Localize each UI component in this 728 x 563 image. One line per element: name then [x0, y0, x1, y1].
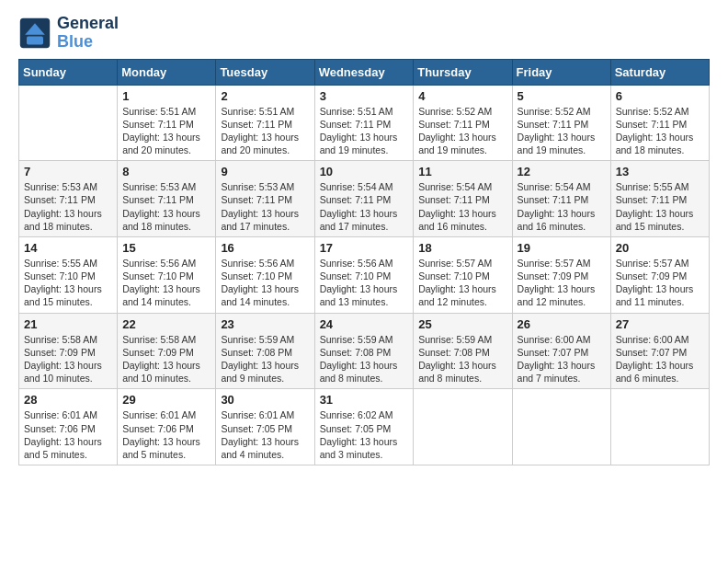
- calendar-day-cell: 14Sunrise: 5:55 AMSunset: 7:10 PMDayligh…: [19, 236, 118, 313]
- day-number: 11: [418, 165, 506, 178]
- day-info: Sunrise: 5:54 AMSunset: 7:11 PMDaylight:…: [518, 180, 606, 233]
- calendar-day-cell: [414, 389, 512, 465]
- day-number: 23: [221, 317, 309, 331]
- day-info: Sunrise: 6:02 AMSunset: 7:05 PMDaylight:…: [320, 408, 409, 461]
- day-info: Sunrise: 5:59 AMSunset: 7:08 PMDaylight:…: [221, 333, 309, 385]
- calendar-day-cell: 20Sunrise: 5:57 AMSunset: 7:09 PMDayligh…: [610, 236, 709, 313]
- day-info: Sunrise: 5:56 AMSunset: 7:10 PMDaylight:…: [122, 257, 210, 309]
- calendar-day-cell: 10Sunrise: 5:54 AMSunset: 7:11 PMDayligh…: [314, 161, 414, 237]
- page-header: General Blue: [18, 15, 710, 52]
- day-number: 31: [320, 393, 409, 407]
- calendar-day-cell: 17Sunrise: 5:56 AMSunset: 7:10 PMDayligh…: [314, 236, 414, 313]
- calendar-day-cell: [610, 389, 709, 465]
- day-number: 28: [24, 393, 112, 407]
- day-info: Sunrise: 5:53 AMSunset: 7:11 PMDaylight:…: [221, 180, 309, 233]
- day-info: Sunrise: 5:53 AMSunset: 7:11 PMDaylight:…: [24, 180, 112, 233]
- day-info: Sunrise: 5:58 AMSunset: 7:09 PMDaylight:…: [24, 333, 112, 385]
- day-info: Sunrise: 5:51 AMSunset: 7:11 PMDaylight:…: [320, 105, 409, 157]
- calendar-day-cell: 31Sunrise: 6:02 AMSunset: 7:05 PMDayligh…: [314, 389, 414, 465]
- weekday-header: Tuesday: [216, 59, 314, 85]
- calendar-week-row: 21Sunrise: 5:58 AMSunset: 7:09 PMDayligh…: [19, 313, 710, 389]
- day-number: 30: [221, 393, 309, 407]
- calendar-day-cell: 9Sunrise: 5:53 AMSunset: 7:11 PMDaylight…: [216, 161, 314, 237]
- day-info: Sunrise: 6:00 AMSunset: 7:07 PMDaylight:…: [518, 333, 606, 385]
- day-number: 16: [221, 241, 309, 255]
- calendar-day-cell: [512, 389, 610, 465]
- day-info: Sunrise: 5:55 AMSunset: 7:10 PMDaylight:…: [24, 257, 112, 309]
- day-info: Sunrise: 5:52 AMSunset: 7:11 PMDaylight:…: [616, 105, 704, 157]
- day-number: 19: [518, 241, 606, 255]
- calendar-day-cell: 29Sunrise: 6:01 AMSunset: 7:06 PMDayligh…: [118, 389, 216, 465]
- day-number: 17: [320, 241, 409, 255]
- weekday-header: Monday: [118, 59, 216, 85]
- day-info: Sunrise: 5:56 AMSunset: 7:10 PMDaylight:…: [320, 257, 409, 309]
- calendar-day-cell: 11Sunrise: 5:54 AMSunset: 7:11 PMDayligh…: [414, 161, 512, 237]
- day-number: 7: [24, 165, 112, 178]
- day-number: 3: [320, 89, 409, 103]
- calendar-day-cell: 27Sunrise: 6:00 AMSunset: 7:07 PMDayligh…: [610, 313, 709, 389]
- calendar-day-cell: [19, 85, 118, 161]
- day-info: Sunrise: 6:00 AMSunset: 7:07 PMDaylight:…: [616, 333, 704, 385]
- day-info: Sunrise: 5:52 AMSunset: 7:11 PMDaylight:…: [518, 105, 606, 157]
- day-number: 25: [418, 317, 506, 331]
- day-info: Sunrise: 6:01 AMSunset: 7:06 PMDaylight:…: [122, 408, 210, 461]
- day-info: Sunrise: 5:57 AMSunset: 7:09 PMDaylight:…: [616, 257, 704, 309]
- calendar-day-cell: 28Sunrise: 6:01 AMSunset: 7:06 PMDayligh…: [19, 389, 118, 465]
- day-info: Sunrise: 5:59 AMSunset: 7:08 PMDaylight:…: [418, 333, 506, 385]
- logo-icon: [18, 17, 51, 50]
- calendar-day-cell: 4Sunrise: 5:52 AMSunset: 7:11 PMDaylight…: [414, 85, 512, 161]
- day-number: 12: [518, 165, 606, 178]
- calendar-day-cell: 6Sunrise: 5:52 AMSunset: 7:11 PMDaylight…: [610, 85, 709, 161]
- day-number: 2: [221, 89, 309, 103]
- calendar-day-cell: 16Sunrise: 5:56 AMSunset: 7:10 PMDayligh…: [216, 236, 314, 313]
- day-info: Sunrise: 5:52 AMSunset: 7:11 PMDaylight:…: [418, 105, 506, 157]
- calendar-day-cell: 18Sunrise: 5:57 AMSunset: 7:10 PMDayligh…: [414, 236, 512, 313]
- day-number: 4: [418, 89, 506, 103]
- day-info: Sunrise: 5:57 AMSunset: 7:10 PMDaylight:…: [418, 257, 506, 309]
- day-info: Sunrise: 5:51 AMSunset: 7:11 PMDaylight:…: [221, 105, 309, 157]
- day-number: 10: [320, 165, 409, 178]
- calendar-day-cell: 5Sunrise: 5:52 AMSunset: 7:11 PMDaylight…: [512, 85, 610, 161]
- calendar-day-cell: 12Sunrise: 5:54 AMSunset: 7:11 PMDayligh…: [512, 161, 610, 237]
- calendar-day-cell: 3Sunrise: 5:51 AMSunset: 7:11 PMDaylight…: [314, 85, 414, 161]
- calendar-day-cell: 22Sunrise: 5:58 AMSunset: 7:09 PMDayligh…: [118, 313, 216, 389]
- calendar-day-cell: 19Sunrise: 5:57 AMSunset: 7:09 PMDayligh…: [512, 236, 610, 313]
- day-info: Sunrise: 5:54 AMSunset: 7:11 PMDaylight:…: [320, 180, 409, 233]
- calendar-day-cell: 2Sunrise: 5:51 AMSunset: 7:11 PMDaylight…: [216, 85, 314, 161]
- day-info: Sunrise: 5:57 AMSunset: 7:09 PMDaylight:…: [518, 257, 606, 309]
- logo-text: General Blue: [57, 15, 119, 52]
- calendar-day-cell: 23Sunrise: 5:59 AMSunset: 7:08 PMDayligh…: [216, 313, 314, 389]
- day-info: Sunrise: 5:54 AMSunset: 7:11 PMDaylight:…: [418, 180, 506, 233]
- weekday-header: Wednesday: [314, 59, 414, 85]
- day-info: Sunrise: 5:58 AMSunset: 7:09 PMDaylight:…: [122, 333, 210, 385]
- day-number: 1: [122, 89, 210, 103]
- day-number: 14: [24, 241, 112, 255]
- day-number: 29: [122, 393, 210, 407]
- day-info: Sunrise: 6:01 AMSunset: 7:06 PMDaylight:…: [24, 408, 112, 461]
- weekday-header: Thursday: [414, 59, 512, 85]
- calendar-day-cell: 24Sunrise: 5:59 AMSunset: 7:08 PMDayligh…: [314, 313, 414, 389]
- calendar-week-row: 7Sunrise: 5:53 AMSunset: 7:11 PMDaylight…: [19, 161, 710, 237]
- calendar-day-cell: 26Sunrise: 6:00 AMSunset: 7:07 PMDayligh…: [512, 313, 610, 389]
- day-number: 27: [616, 317, 704, 331]
- weekday-header: Saturday: [610, 59, 709, 85]
- weekday-header: Sunday: [19, 59, 118, 85]
- day-number: 20: [616, 241, 704, 255]
- calendar-week-row: 14Sunrise: 5:55 AMSunset: 7:10 PMDayligh…: [19, 236, 710, 313]
- calendar-table: SundayMondayTuesdayWednesdayThursdayFrid…: [18, 59, 710, 465]
- calendar-week-row: 28Sunrise: 6:01 AMSunset: 7:06 PMDayligh…: [19, 389, 710, 465]
- svg-rect-2: [27, 36, 43, 44]
- calendar-header-row: SundayMondayTuesdayWednesdayThursdayFrid…: [19, 59, 710, 85]
- day-info: Sunrise: 6:01 AMSunset: 7:05 PMDaylight:…: [221, 408, 309, 461]
- calendar-week-row: 1Sunrise: 5:51 AMSunset: 7:11 PMDaylight…: [19, 85, 710, 161]
- day-number: 21: [24, 317, 112, 331]
- day-number: 13: [616, 165, 704, 178]
- calendar-day-cell: 1Sunrise: 5:51 AMSunset: 7:11 PMDaylight…: [118, 85, 216, 161]
- day-number: 9: [221, 165, 309, 178]
- day-number: 15: [122, 241, 210, 255]
- day-info: Sunrise: 5:56 AMSunset: 7:10 PMDaylight:…: [221, 257, 309, 309]
- day-info: Sunrise: 5:51 AMSunset: 7:11 PMDaylight:…: [122, 105, 210, 157]
- day-number: 24: [320, 317, 409, 331]
- day-number: 18: [418, 241, 506, 255]
- calendar-day-cell: 25Sunrise: 5:59 AMSunset: 7:08 PMDayligh…: [414, 313, 512, 389]
